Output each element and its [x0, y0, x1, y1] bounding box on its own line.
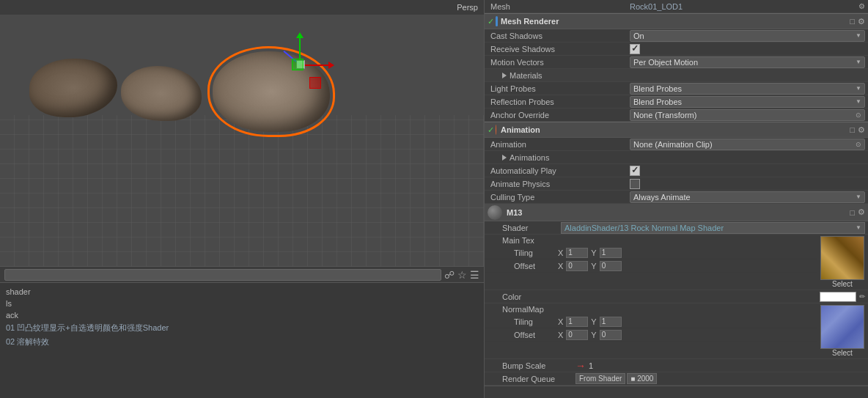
reflection-probes-label: Reflection Probes — [490, 97, 630, 106]
normal-offset-x-label: X — [558, 331, 563, 339]
animation-field-dropdown[interactable]: None (Animation Clip) ⊙ — [630, 139, 865, 150]
color-swatch[interactable] — [820, 292, 856, 302]
gear-icon[interactable]: ⚙ — [858, 17, 865, 26]
normal-tiling-x-input[interactable] — [566, 317, 588, 327]
lock-icon[interactable]: ☍ — [444, 269, 455, 281]
light-probes-value: Blend Probes — [633, 84, 682, 93]
normal-map-thumbnail[interactable] — [820, 305, 864, 349]
gear-icon[interactable]: ⚙ — [858, 125, 865, 135]
shader-label: Shader — [502, 224, 561, 232]
cast-shadows-row: Cast Shadows On ▼ — [485, 29, 868, 43]
cast-shadows-dropdown[interactable]: On ▼ — [630, 30, 865, 42]
normal-map-header: NormalMap — [485, 303, 817, 315]
normal-map-section: NormalMap Tiling X Y Offset X Y — [485, 303, 868, 359]
play-automatically-label: Automatically Play — [490, 166, 630, 175]
normal-tiling-row: Tiling X Y — [485, 315, 817, 328]
mesh-renderer-icon: ✓ — [488, 16, 498, 26]
animation-field-value: None (Animation Clip) — [633, 140, 713, 149]
mesh-renderer-header[interactable]: ✓ Mesh Renderer □ ⚙ — [485, 13, 868, 29]
normal-offset-x-input[interactable] — [566, 330, 588, 340]
list-item[interactable]: 01 凹凸纹理显示+自选透明颜色和强度Shader — [6, 321, 478, 335]
animation-section-icon: ✓ — [488, 125, 498, 135]
list-item[interactable]: ls — [6, 298, 478, 309]
culling-type-dropdown[interactable]: Always Animate ▼ — [630, 191, 865, 203]
dropdown-arrow: ▼ — [856, 59, 861, 65]
receive-shadows-checkbox[interactable] — [630, 44, 640, 54]
main-tex-thumb-area: Select — [817, 235, 868, 290]
render-queue-label: Render Queue — [502, 375, 575, 383]
main-tex-select-button[interactable]: Select — [832, 280, 853, 288]
normal-tiling-y-input[interactable] — [600, 317, 622, 327]
list-item[interactable]: 02 溶解特效 — [6, 335, 478, 349]
mesh-value: Rock01_LOD1 — [630, 2, 858, 11]
gizmo-handle-green[interactable] — [292, 59, 304, 70]
transform-gizmo[interactable] — [279, 37, 323, 95]
bump-scale-value: 1 — [589, 361, 865, 370]
tiling-y-input[interactable] — [600, 248, 622, 258]
tiling-fields: X Y — [558, 248, 622, 258]
normal-offset-fields: X Y — [558, 330, 622, 340]
circle-icon: ⊙ — [856, 111, 861, 119]
offset-y-input[interactable] — [600, 261, 622, 271]
star-icon[interactable]: ☆ — [457, 269, 467, 281]
search-bar: ☍ ☆ ☰ — [0, 267, 484, 283]
material-header[interactable]: M13 □ ⚙ — [485, 204, 868, 221]
animation-header-buttons: □ ⚙ — [850, 125, 865, 135]
anchor-override-dropdown[interactable]: None (Transform) ⊙ — [630, 109, 865, 121]
light-probes-dropdown[interactable]: Blend Probes ▼ — [630, 83, 865, 95]
rock-left — [29, 59, 117, 117]
gizmo-handle-red[interactable] — [309, 77, 321, 89]
search-input[interactable] — [4, 269, 441, 281]
main-tex-thumbnail[interactable] — [820, 236, 864, 280]
offset-y-label: Y — [591, 262, 596, 270]
reflection-probes-row: Reflection Probes Blend Probes ▼ — [485, 95, 868, 108]
rock-middle — [121, 66, 202, 121]
reflection-probes-dropdown[interactable]: Blend Probes ▼ — [630, 96, 865, 108]
normal-map-content: NormalMap Tiling X Y Offset X Y — [485, 303, 817, 358]
anchor-override-label: Anchor Override — [490, 111, 630, 119]
bump-scale-row: Bump Scale → 1 — [485, 359, 868, 372]
offset-x-input[interactable] — [566, 261, 588, 271]
checkmark-icon: ✓ — [488, 17, 494, 26]
list-item[interactable]: shader — [6, 286, 478, 298]
receive-shadows-label: Receive Shadows — [490, 45, 630, 54]
gizmo-x-axis — [301, 65, 330, 66]
animation-header[interactable]: ✓ Animation □ ⚙ — [485, 122, 868, 138]
edit-icon[interactable]: ✏ — [859, 292, 865, 301]
animations-sub-label: Animations — [510, 153, 549, 162]
animations-sub-section[interactable]: Animations — [485, 151, 868, 164]
mesh-renderer-title: Mesh Renderer — [501, 17, 850, 26]
play-automatically-checkbox[interactable] — [630, 166, 640, 176]
normal-offset-y-input[interactable] — [600, 330, 622, 340]
normal-map-thumb-area: Select — [817, 303, 868, 358]
grid-floor — [0, 115, 484, 266]
perspective-label: Persp — [457, 3, 478, 12]
tiling-x-input[interactable] — [566, 248, 588, 258]
3d-scene[interactable] — [0, 15, 484, 266]
shader-dropdown[interactable]: AladdinShader/13 Rock Normal Map Shader … — [561, 222, 865, 234]
anchor-override-row: Anchor Override None (Transform) ⊙ — [485, 108, 868, 122]
viewport: Persp ☍ ☆ ☰ shader ls ack — [0, 0, 484, 398]
checkmark-icon: ✓ — [488, 125, 494, 135]
list-item[interactable]: ack — [6, 309, 478, 321]
culling-type-value: Always Animate — [633, 193, 691, 202]
motion-vectors-dropdown[interactable]: Per Object Motion ▼ — [630, 56, 865, 68]
copy-icon[interactable]: □ — [850, 17, 855, 26]
normal-offset-row: Offset X Y — [485, 328, 817, 342]
gear-icon[interactable]: ⚙ — [858, 207, 865, 217]
materials-section[interactable]: Materials — [485, 69, 868, 82]
animation-title: Animation — [501, 125, 850, 134]
tiling-label: Tiling — [514, 248, 558, 257]
render-queue-from-shader-button[interactable]: From Shader — [575, 373, 625, 384]
menu-icon[interactable]: ☰ — [470, 269, 479, 281]
culling-type-label: Culling Type — [490, 193, 630, 202]
expand-icon — [502, 155, 507, 161]
offset-row: Offset X Y — [485, 259, 817, 273]
copy-icon[interactable]: □ — [850, 125, 855, 134]
offset-fields: X Y — [558, 261, 622, 271]
normal-tiling-label: Tiling — [514, 317, 558, 326]
tiling-x-label: X — [558, 248, 563, 257]
normal-map-select-button[interactable]: Select — [832, 349, 853, 357]
copy-icon[interactable]: □ — [850, 208, 855, 217]
animate-physics-checkbox[interactable] — [630, 179, 640, 189]
